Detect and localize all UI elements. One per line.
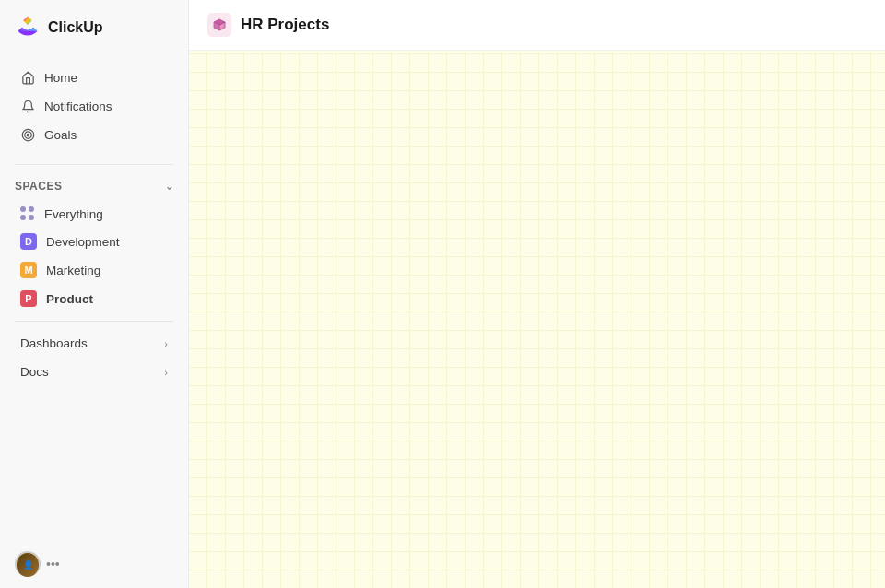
avatar-ring: 👤	[15, 551, 41, 577]
grid-icon	[20, 206, 35, 221]
chevron-right-icon: ›	[164, 338, 168, 349]
everything-label: Everything	[44, 207, 103, 221]
goals-icon	[20, 127, 35, 142]
sidebar-item-everything[interactable]: Everything	[6, 201, 183, 227]
main-header: HR Projects	[189, 0, 885, 51]
home-label: Home	[44, 71, 77, 85]
more-options-icon[interactable]: •••	[46, 557, 60, 571]
home-icon	[20, 70, 35, 85]
logo-text: ClickUp	[48, 19, 103, 36]
sidebar-item-dashboards[interactable]: Dashboards ›	[6, 330, 183, 357]
divider-1	[15, 164, 173, 165]
main-content: HR Projects	[189, 0, 885, 588]
svg-point-1	[24, 131, 31, 138]
goals-label: Goals	[44, 128, 77, 142]
development-avatar: D	[20, 233, 37, 250]
sidebar-bottom: 👤 •••	[0, 540, 188, 588]
docs-label: Docs	[20, 365, 49, 379]
main-body	[189, 51, 885, 588]
logo-area[interactable]: ClickUp	[0, 0, 188, 55]
divider-2	[15, 321, 173, 322]
marketing-avatar: M	[20, 262, 37, 278]
sidebar-item-home[interactable]: Home	[6, 64, 183, 91]
clickup-logo-icon	[15, 13, 41, 42]
development-label: Development	[46, 235, 120, 249]
product-avatar: P	[20, 290, 37, 307]
avatar: 👤	[17, 553, 39, 577]
sidebar-item-product[interactable]: P Product	[6, 285, 183, 312]
page-title: HR Projects	[241, 16, 329, 34]
product-label: Product	[46, 292, 93, 306]
avatar-group[interactable]: 👤 •••	[15, 551, 60, 577]
spaces-label: Spaces	[15, 180, 62, 193]
sidebar-item-notifications[interactable]: Notifications	[6, 92, 183, 120]
notifications-label: Notifications	[44, 100, 112, 113]
marketing-label: Marketing	[46, 264, 100, 277]
nav-section: Home Notifications Goals	[0, 55, 188, 157]
svg-point-2	[27, 134, 30, 136]
sidebar-item-docs[interactable]: Docs ›	[6, 359, 183, 385]
sidebar: ClickUp Home Notifications	[0, 0, 189, 588]
sidebar-item-marketing[interactable]: M Marketing	[6, 256, 183, 284]
chevron-right-icon-2: ›	[164, 367, 168, 378]
spaces-list: Everything D Development M Marketing P P…	[0, 200, 188, 313]
sidebar-item-goals[interactable]: Goals	[6, 121, 183, 148]
sidebar-item-development[interactable]: D Development	[6, 228, 183, 255]
spaces-header: Spaces ⌄	[0, 172, 188, 200]
dashboards-label: Dashboards	[20, 336, 88, 350]
chevron-down-icon[interactable]: ⌄	[165, 181, 174, 193]
bell-icon	[20, 99, 35, 113]
hr-projects-icon	[207, 13, 231, 37]
